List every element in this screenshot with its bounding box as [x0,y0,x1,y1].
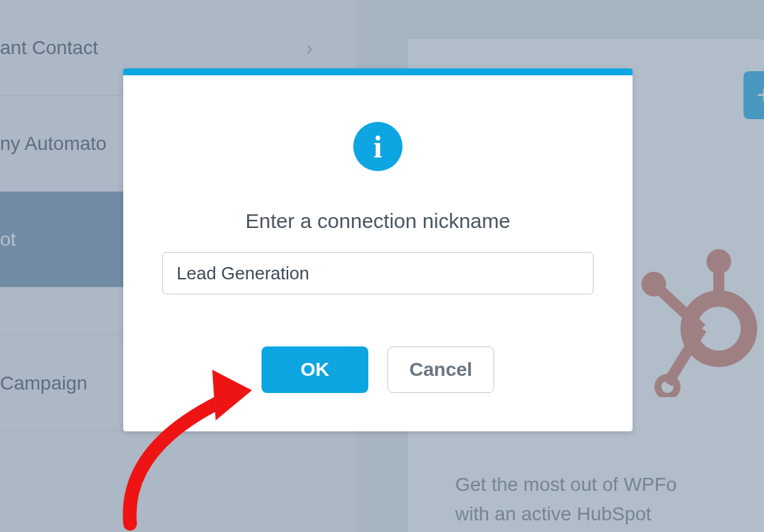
ok-button[interactable]: OK [262,346,368,393]
modal-title: Enter a connection nickname [246,210,511,233]
info-icon: i [353,122,403,171]
nickname-input[interactable] [162,252,594,294]
connection-nickname-modal: i Enter a connection nickname OK Cancel [123,68,633,431]
modal-actions: OK Cancel [262,346,494,393]
cancel-button[interactable]: Cancel [387,346,494,393]
